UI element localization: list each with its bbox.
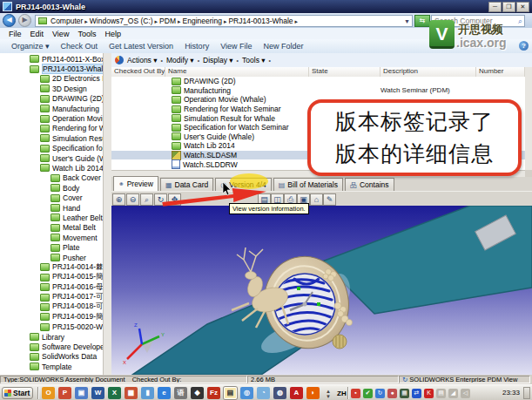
language-indicator[interactable]: ZH [337,390,347,397]
preview-tool-button[interactable]: ⌕ [140,193,153,206]
file-row[interactable]: DRAWING (2D) [111,77,525,86]
tray-recorder-icon[interactable]: ● [387,389,397,398]
tree-item[interactable]: Body [0,183,103,193]
tray-sync-icon[interactable]: ⇄ [412,389,421,398]
menu-item-tools[interactable]: Tools [77,30,96,38]
refresh-go-button[interactable]: ⇆ [414,15,430,27]
tree-item[interactable]: Rendering for Watch [0,124,103,133]
tree-item[interactable]: PRJ14-0019-簡約D環 [0,312,103,322]
breadcrumb-item[interactable]: Windows7_OS (C:) [90,17,153,25]
tree-item[interactable]: Plate [0,242,103,252]
tree-item[interactable]: Hand [0,203,103,213]
tree-item[interactable]: PRJ14-0013-Whale [0,64,103,73]
column-header-description[interactable]: Description [380,67,476,77]
preview-tool-button[interactable]: ⊕ [112,193,125,206]
tree-item[interactable]: Specification for Wa [0,144,103,153]
tree-item[interactable]: SolidWorks Data [0,352,103,362]
tree-item[interactable]: Cover [0,193,103,202]
tree-item[interactable]: Manufacturing [0,104,103,113]
column-header-name[interactable]: Name [165,67,309,77]
actions-menu-actions[interactable]: Actions ▾ [127,56,158,64]
tree-item[interactable]: PRJ14-0017-可調棘扣 [0,292,103,302]
menu-item-edit[interactable]: Edit [30,30,44,38]
forward-button[interactable]: ▶ [18,14,31,27]
start-button[interactable]: Start [2,387,33,399]
command-new-folder[interactable]: New Folder [264,42,304,51]
tree-scrollbar[interactable]: ▲ ▼ [103,53,111,375]
breadcrumb-separator-icon[interactable]: ▸ [295,18,299,24]
tray-shield-icon[interactable]: ✔ [363,389,373,398]
breadcrumb[interactable]: Computer▸Windows7_OS (C:)▸PDM▸Engineerin… [35,15,413,27]
help-icon[interactable]: ? [519,41,529,51]
tree-item[interactable]: PRJ14-0011-X-Box [0,54,103,64]
tree-item[interactable]: PRJ14-0018-可調棘扣 [0,302,103,312]
tree-item[interactable]: Back Cover [0,173,103,183]
tree-item[interactable]: PRJ14-0016-母扣 - 公 [0,282,103,292]
list-vertical-scrollbar[interactable]: ▲ ▼ [525,67,532,170]
menu-item-file[interactable]: File [9,30,22,38]
show-desktop-button[interactable] [523,387,530,399]
column-header-state[interactable]: State [309,67,380,77]
taskbar-internet-explorer-icon[interactable]: e [158,387,171,399]
tray-pdm-refresh-icon[interactable]: ↻ [375,389,385,398]
tray-red-icon[interactable]: ▪ [351,389,360,398]
taskbar-firefox-icon[interactable]: ◗ [306,387,320,399]
tree-item[interactable]: Library [0,332,103,342]
preview-tool-button[interactable]: ⌂ [310,193,323,206]
column-header-number[interactable]: Number [476,67,525,77]
tree-item[interactable]: Template [0,362,103,371]
breadcrumb-item[interactable]: PRJ14-0013-Whale [228,17,293,25]
file-row[interactable]: ManufacturingWatch Seminar (PDM) [111,86,525,96]
breadcrumb-item[interactable]: Engineering [183,17,222,25]
clock[interactable]: 23:33 [502,389,520,397]
command-get-latest-version[interactable]: Get Latest Version [109,42,173,51]
actions-menu-modify[interactable]: Modify ▾ [166,56,194,64]
tray-k-icon[interactable]: K [424,389,434,398]
preview-tool-button[interactable]: ⊖ [126,193,139,206]
tree-item[interactable]: Operation Movie (W [0,113,103,123]
tree-item[interactable]: PRJ14-0014-棘扣-單節 [0,262,103,272]
taskbar-windows-explorer-icon[interactable]: ▤ [224,387,237,399]
taskbar-word-icon[interactable]: W [91,387,104,399]
breadcrumb-separator-icon[interactable]: ▸ [155,18,158,24]
breadcrumb-item[interactable]: Computer [51,17,83,25]
actions-menu-display[interactable]: Display ▾ [203,56,233,64]
preview-3d-viewport[interactable]: X Y Z [111,206,532,375]
tree-item[interactable]: PRJ14-0015-簡約D環 [0,273,103,282]
command-organize-[interactable]: Organize ▾ [11,42,50,51]
taskbar-outlook-icon[interactable]: O [42,387,55,399]
breadcrumb-item[interactable]: PDM [159,17,176,25]
tree-item[interactable]: 3D Design [0,84,103,93]
tree-item[interactable]: User's Guide (Whale [0,153,103,163]
tree-item[interactable]: Leather Belt [0,213,103,222]
tray-screen-icon[interactable]: ▦ [400,389,409,398]
taskbar-globe-app-icon[interactable]: ◍ [273,387,286,399]
close-button[interactable]: ✕ [516,2,529,12]
preview-tool-button[interactable]: ✎ [323,193,336,206]
tree-item[interactable]: Metal Belt [0,223,103,233]
tree-item[interactable]: Watch Lib 2014 [0,163,103,173]
tray-network-icon[interactable]: ◢ [448,389,458,398]
tab-contains[interactable]: 品Contains [345,178,394,191]
tab-preview[interactable]: ⚭Preview [113,176,158,191]
tree-item[interactable]: Software Developement [0,342,103,351]
taskbar-powerpoint-icon[interactable]: P [58,387,71,399]
tray-volume-icon[interactable]: ◁ [461,389,470,398]
tree-item[interactable]: Simulation Result fo [0,133,103,143]
taskbar-picture-app-icon[interactable]: ▦ [125,387,138,399]
command-history[interactable]: History [185,42,209,51]
breadcrumb-separator-icon[interactable]: ▸ [224,18,227,24]
tree-item[interactable]: PRJ15-0020-Whale [0,322,103,332]
taskbar-black-app-icon[interactable]: ◆ [191,387,204,399]
taskbar-excel-icon[interactable]: X [108,387,121,399]
tab-bill-of-materials[interactable]: ▤Bill of Materials [273,178,343,191]
taskbar-filezilla-icon[interactable]: Fz [207,387,220,399]
tree-item[interactable]: DRAWING (2D) [0,94,103,104]
taskbar-media-app-icon[interactable]: ◎ [240,387,253,399]
taskbar-app-window-icon[interactable]: ▣ [75,387,88,399]
taskbar-acrobat-icon[interactable]: A [290,387,303,399]
breadcrumb-separator-icon[interactable]: ▸ [178,18,181,24]
menu-item-view[interactable]: View [52,30,69,38]
back-button[interactable]: ◀ [3,14,16,27]
breadcrumb-separator-icon[interactable]: ▸ [84,18,88,24]
